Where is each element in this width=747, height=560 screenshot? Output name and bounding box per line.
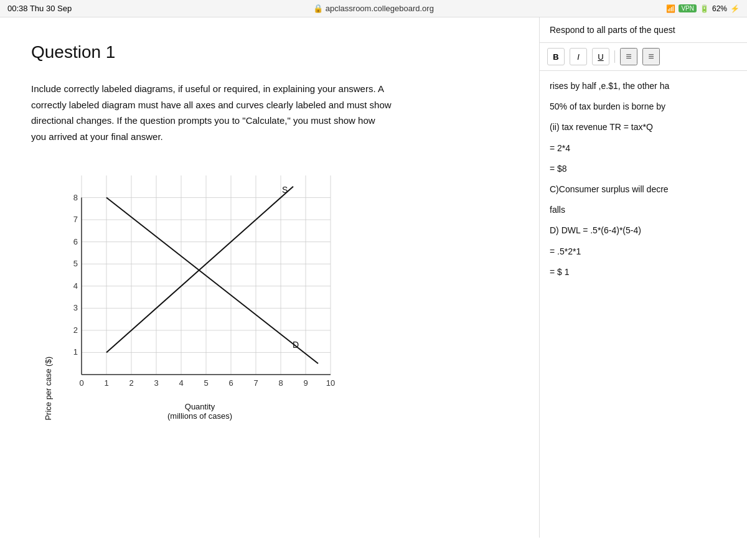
supply-demand-chart bbox=[57, 163, 343, 399]
url-text: apclassroom.collegeboard.org bbox=[326, 4, 434, 13]
right-panel-header: Respond to all parts of the quest bbox=[540, 17, 747, 43]
toolbar-divider bbox=[614, 50, 615, 63]
main-content: Question 1 Include correctly labeled dia… bbox=[0, 17, 747, 538]
answer-line: rises by half ,e.$1, the other ha bbox=[550, 78, 737, 94]
answer-line: = $ 1 bbox=[550, 264, 737, 280]
charging-icon: ⚡ bbox=[730, 4, 740, 13]
formatting-toolbar: B I U ≡ ≡ bbox=[540, 43, 747, 71]
status-time: 00:38 Thu 30 Sep bbox=[7, 4, 72, 13]
status-url: 🔒 apclassroom.collegeboard.org bbox=[313, 4, 434, 13]
italic-button[interactable]: I bbox=[570, 48, 587, 65]
chart-container: Price per case ($) Quantity (millions of… bbox=[44, 163, 508, 421]
answer-line: = $8 bbox=[550, 161, 737, 177]
answer-line: falls bbox=[550, 202, 737, 218]
x-axis-label: Quantity (millions of cases) bbox=[57, 402, 343, 421]
answer-line: = .5*2*1 bbox=[550, 244, 737, 259]
right-panel: Respond to all parts of the quest B I U … bbox=[539, 17, 747, 538]
chart-wrapper: Price per case ($) Quantity (millions of… bbox=[44, 163, 343, 421]
chart-area: Quantity (millions of cases) bbox=[57, 163, 343, 421]
instructions-text: Include correctly labeled diagrams, if u… bbox=[31, 81, 392, 144]
vpn-badge: VPN bbox=[679, 4, 697, 12]
left-panel: Question 1 Include correctly labeled dia… bbox=[0, 17, 539, 538]
question-title: Question 1 bbox=[31, 42, 508, 62]
wifi-icon: 📶 bbox=[666, 4, 675, 13]
battery-icon: 🔋 bbox=[700, 4, 709, 13]
more-list-button[interactable]: ≡ bbox=[642, 48, 660, 65]
battery-percent: 62% bbox=[712, 4, 727, 13]
answer-text-area[interactable]: rises by half ,e.$1, the other ha50% of … bbox=[540, 71, 747, 538]
underline-button[interactable]: U bbox=[592, 48, 609, 65]
answer-line: C)Consumer surplus will decre bbox=[550, 182, 737, 197]
bold-button[interactable]: B bbox=[547, 48, 565, 65]
lock-icon: 🔒 bbox=[313, 4, 323, 13]
status-icons: 📶 VPN 🔋 62% ⚡ bbox=[666, 4, 740, 13]
list-button[interactable]: ≡ bbox=[620, 48, 637, 65]
answer-line: 50% of tax burden is borne by bbox=[550, 99, 737, 114]
answer-line: (ii) tax revenue TR = tax*Q bbox=[550, 119, 737, 135]
answer-line: = 2*4 bbox=[550, 141, 737, 156]
y-axis-label: Price per case ($) bbox=[44, 357, 53, 421]
status-bar: 00:38 Thu 30 Sep 🔒 apclassroom.collegebo… bbox=[0, 0, 747, 17]
answer-line: D) DWL = .5*(6-4)*(5-4) bbox=[550, 223, 737, 238]
